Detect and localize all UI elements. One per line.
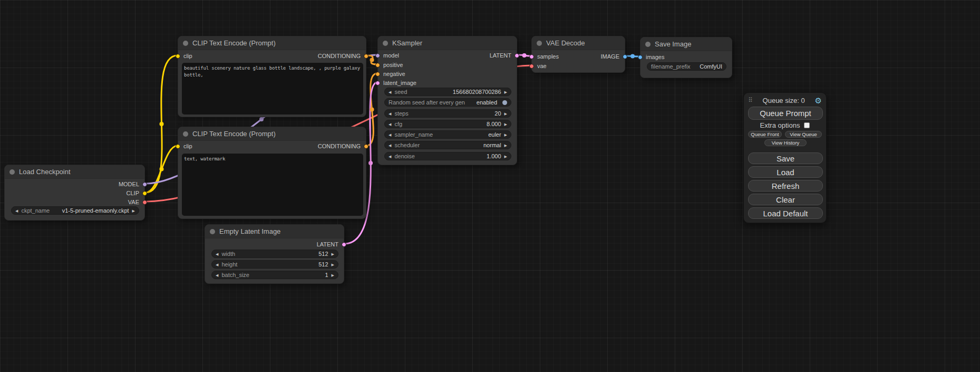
queue-menu-panel[interactable]: ⠿ Queue size: 0 ⚙ Queue Prompt Extra opt… xyxy=(743,92,827,223)
collapse-dot-icon[interactable] xyxy=(210,229,215,234)
port-dot-vae[interactable] xyxy=(529,64,534,69)
node-empty-latent-image[interactable]: Empty Latent Image LATENT ◀ width 512 ▶ … xyxy=(205,224,344,284)
decrement-arrow-icon[interactable]: ◀ xyxy=(389,122,391,126)
input-port-images[interactable]: images xyxy=(638,54,664,60)
port-dot-clip[interactable] xyxy=(176,54,180,59)
input-port-negative[interactable]: negative xyxy=(375,71,405,77)
decrement-arrow-icon[interactable]: ◀ xyxy=(389,133,391,137)
input-port-positive[interactable]: positive xyxy=(375,62,403,68)
port-dot-latent[interactable] xyxy=(342,242,346,247)
input-port-clip[interactable]: clip xyxy=(176,143,192,149)
port-dot-clip[interactable] xyxy=(142,191,147,196)
increment-arrow-icon[interactable]: ▶ xyxy=(332,263,334,266)
port-dot-image[interactable] xyxy=(623,54,627,59)
collapse-dot-icon[interactable] xyxy=(645,42,651,47)
load-button[interactable]: Load xyxy=(748,166,823,178)
node-title-bar[interactable]: VAE Decode xyxy=(532,36,625,50)
increment-arrow-icon[interactable]: ▶ xyxy=(504,122,507,126)
widget-random-seed-toggle[interactable]: Random seed after every gen enabled xyxy=(384,98,511,107)
decrement-arrow-icon[interactable]: ◀ xyxy=(216,252,218,256)
queue-prompt-button[interactable]: Queue Prompt xyxy=(748,107,823,120)
output-port-clip[interactable]: CLIP xyxy=(127,190,147,196)
input-port-clip[interactable]: clip xyxy=(176,53,192,59)
view-history-button[interactable]: View History xyxy=(764,139,807,146)
extra-options-checkbox[interactable] xyxy=(804,122,810,128)
increment-arrow-icon[interactable]: ▶ xyxy=(504,112,507,116)
node-clip-text-encode-positive[interactable]: CLIP Text Encode (Prompt) clip CONDITION… xyxy=(178,36,366,117)
increment-arrow-icon[interactable]: ▶ xyxy=(504,90,507,94)
widget-sampler-name[interactable]: ◀ sampler_name euler ▶ xyxy=(384,130,511,139)
collapse-dot-icon[interactable] xyxy=(537,41,542,46)
widget-ckpt-name[interactable]: ◀ ckpt_name v1-5-pruned-emaonly.ckpt ▶ xyxy=(11,206,139,215)
decrement-arrow-icon[interactable]: ◀ xyxy=(389,90,391,94)
decrement-arrow-icon[interactable]: ◀ xyxy=(389,155,391,158)
widget-seed[interactable]: ◀ seed 156680208700286 ▶ xyxy=(384,88,511,96)
node-title-bar[interactable]: Load Checkpoint xyxy=(5,165,144,179)
input-port-samples[interactable]: samples xyxy=(529,53,559,60)
port-dot-conditioning[interactable] xyxy=(364,54,368,59)
output-port-conditioning[interactable]: CONDITIONING xyxy=(318,53,368,59)
node-ksampler[interactable]: KSampler model positive negative latent_… xyxy=(377,36,517,165)
output-port-image[interactable]: IMAGE xyxy=(601,53,627,60)
queue-front-button[interactable]: Queue Front xyxy=(748,131,782,138)
clear-button[interactable]: Clear xyxy=(748,194,823,205)
increment-arrow-icon[interactable]: ▶ xyxy=(332,252,334,256)
settings-gear-icon[interactable]: ⚙ xyxy=(815,97,822,104)
widget-cfg[interactable]: ◀ cfg 8.000 ▶ xyxy=(384,120,511,128)
collapse-dot-icon[interactable] xyxy=(9,169,15,175)
input-port-model[interactable]: model xyxy=(375,52,399,59)
increment-arrow-icon[interactable]: ▶ xyxy=(504,133,507,137)
output-port-model[interactable]: MODEL xyxy=(119,181,147,187)
decrement-arrow-icon[interactable]: ◀ xyxy=(216,273,218,277)
node-graph-canvas[interactable]: Load Checkpoint MODEL CLIP VAE ◀ ckpt_na… xyxy=(0,0,980,372)
decrement-arrow-icon[interactable]: ◀ xyxy=(389,144,391,147)
positive-prompt-textarea[interactable]: beautiful scenery nature glass bottle la… xyxy=(182,63,363,115)
toggle-indicator-icon[interactable] xyxy=(502,100,507,105)
output-port-vae[interactable]: VAE xyxy=(128,199,147,205)
increment-arrow-icon[interactable]: ▶ xyxy=(504,144,507,147)
widget-steps[interactable]: ◀ steps 20 ▶ xyxy=(384,109,511,118)
negative-prompt-textarea[interactable]: text, watermark xyxy=(182,154,363,216)
increment-arrow-icon[interactable]: ▶ xyxy=(332,273,334,277)
node-title-bar[interactable]: Empty Latent Image xyxy=(205,225,344,239)
save-button[interactable]: Save xyxy=(748,152,823,164)
port-dot-latent[interactable] xyxy=(515,53,519,58)
output-port-latent[interactable]: LATENT xyxy=(317,241,346,247)
input-port-vae[interactable]: vae xyxy=(529,63,547,69)
increment-arrow-icon[interactable]: ▶ xyxy=(132,209,135,213)
output-port-conditioning[interactable]: CONDITIONING xyxy=(318,143,368,149)
node-title-bar[interactable]: CLIP Text Encode (Prompt) xyxy=(178,127,366,141)
widget-denoise[interactable]: ◀ denoise 1.000 ▶ xyxy=(384,152,511,160)
widget-filename-prefix[interactable]: filename_prefix ComfyUI xyxy=(647,62,726,71)
node-load-checkpoint[interactable]: Load Checkpoint MODEL CLIP VAE ◀ ckpt_na… xyxy=(4,165,145,221)
port-dot-latent[interactable] xyxy=(375,81,380,85)
view-queue-button[interactable]: View Queue xyxy=(785,131,822,138)
port-dot-conditioning[interactable] xyxy=(375,72,380,77)
collapse-dot-icon[interactable] xyxy=(183,41,188,46)
port-dot-clip[interactable] xyxy=(176,144,180,149)
node-clip-text-encode-negative[interactable]: CLIP Text Encode (Prompt) clip CONDITION… xyxy=(178,127,366,219)
increment-arrow-icon[interactable]: ▶ xyxy=(504,155,507,158)
drag-handle-icon[interactable]: ⠿ xyxy=(748,97,753,104)
node-vae-decode[interactable]: VAE Decode samples vae IMAGE xyxy=(531,36,625,73)
load-default-button[interactable]: Load Default xyxy=(748,207,823,219)
port-dot-conditioning[interactable] xyxy=(364,144,368,149)
node-title-bar[interactable]: KSampler xyxy=(378,36,517,50)
decrement-arrow-icon[interactable]: ◀ xyxy=(216,263,218,266)
port-dot-image[interactable] xyxy=(638,55,643,60)
output-port-latent[interactable]: LATENT xyxy=(490,52,519,59)
widget-width[interactable]: ◀ width 512 ▶ xyxy=(211,250,338,258)
input-port-latent-image[interactable]: latent_image xyxy=(375,80,416,86)
collapse-dot-icon[interactable] xyxy=(183,131,188,137)
port-dot-vae[interactable] xyxy=(142,200,147,205)
port-dot-latent[interactable] xyxy=(529,54,534,59)
refresh-button[interactable]: Refresh xyxy=(748,180,823,192)
node-save-image[interactable]: Save Image images filename_prefix ComfyU… xyxy=(640,37,732,78)
node-title-bar[interactable]: CLIP Text Encode (Prompt) xyxy=(178,36,366,50)
decrement-arrow-icon[interactable]: ◀ xyxy=(15,209,18,213)
widget-scheduler[interactable]: ◀ scheduler normal ▶ xyxy=(384,141,511,149)
port-dot-model[interactable] xyxy=(375,53,380,58)
widget-batch-size[interactable]: ◀ batch_size 1 ▶ xyxy=(211,271,338,279)
node-title-bar[interactable]: Save Image xyxy=(641,37,732,51)
port-dot-conditioning[interactable] xyxy=(375,63,380,68)
